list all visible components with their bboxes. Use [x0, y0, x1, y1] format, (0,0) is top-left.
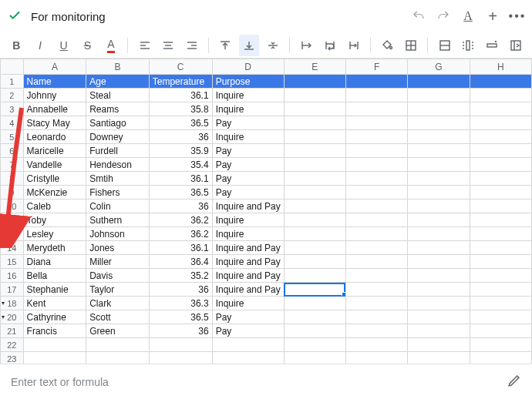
- cell[interactable]: [408, 310, 470, 324]
- cell[interactable]: [470, 144, 531, 158]
- group-marker-icon[interactable]: ▾: [2, 300, 5, 307]
- cell[interactable]: [470, 158, 531, 172]
- row-number[interactable]: 9: [1, 186, 24, 200]
- column-header-D[interactable]: D: [212, 59, 284, 75]
- group-marker-icon[interactable]: ▾: [2, 216, 5, 223]
- cell[interactable]: [212, 352, 284, 364]
- cell[interactable]: [408, 186, 470, 200]
- cell[interactable]: 36: [149, 324, 212, 338]
- row-number[interactable]: 6: [1, 144, 24, 158]
- cell[interactable]: [470, 102, 531, 116]
- row-number[interactable]: 1: [1, 75, 24, 89]
- cell[interactable]: 36.1: [149, 172, 212, 186]
- cell[interactable]: [408, 213, 470, 227]
- cell[interactable]: Maricelle: [23, 144, 86, 158]
- cell[interactable]: [345, 200, 407, 213]
- cell[interactable]: [345, 338, 407, 352]
- cell[interactable]: [345, 283, 407, 297]
- cell[interactable]: [345, 144, 407, 158]
- cell[interactable]: [408, 269, 470, 283]
- cell[interactable]: Clark: [86, 297, 150, 310]
- row-number[interactable]: 4: [1, 116, 24, 130]
- cell[interactable]: [408, 130, 470, 144]
- cell[interactable]: Furdell: [86, 144, 150, 158]
- cell[interactable]: [149, 338, 212, 352]
- row-number[interactable]: 17: [1, 283, 24, 297]
- cell[interactable]: [408, 352, 470, 364]
- corner-cell[interactable]: [1, 59, 24, 75]
- cell[interactable]: [408, 255, 470, 269]
- cell[interactable]: 36: [149, 283, 212, 297]
- redo-icon[interactable]: [436, 9, 450, 23]
- valign-bottom-button[interactable]: [239, 35, 260, 56]
- cell[interactable]: Miller: [86, 255, 150, 269]
- cell[interactable]: [284, 352, 345, 364]
- cell[interactable]: Inquire: [212, 213, 284, 227]
- spreadsheet-grid[interactable]: ABCDEFGH 1NameAgeTemperaturePurpose2John…: [0, 59, 532, 364]
- cell[interactable]: [345, 89, 407, 102]
- cell[interactable]: [284, 255, 345, 269]
- cell[interactable]: [284, 213, 345, 227]
- cell[interactable]: Colin: [86, 200, 150, 213]
- cell[interactable]: [345, 102, 407, 116]
- cell[interactable]: Green: [86, 324, 150, 338]
- cell[interactable]: Pay: [212, 310, 284, 324]
- add-icon[interactable]: +: [486, 9, 500, 23]
- cell[interactable]: Pay: [212, 144, 284, 158]
- cell[interactable]: [408, 144, 470, 158]
- cell[interactable]: [345, 269, 407, 283]
- align-right-button[interactable]: [182, 35, 203, 56]
- cell[interactable]: [284, 269, 345, 283]
- cell[interactable]: Annabelle: [23, 102, 86, 116]
- cell[interactable]: [408, 116, 470, 130]
- row-number[interactable]: 23: [1, 352, 24, 364]
- cell[interactable]: Lesley: [23, 227, 86, 241]
- cell[interactable]: [470, 89, 531, 102]
- text-format-icon[interactable]: A: [461, 9, 475, 23]
- strike-button[interactable]: S: [77, 35, 98, 56]
- cell[interactable]: Stacy May: [23, 116, 86, 130]
- cell[interactable]: Francis: [23, 324, 86, 338]
- italic-button[interactable]: I: [30, 35, 51, 56]
- cell[interactable]: [470, 255, 531, 269]
- cell[interactable]: [284, 186, 345, 200]
- cell[interactable]: Johnson: [86, 227, 150, 241]
- row-number[interactable]: 15: [1, 255, 24, 269]
- cell[interactable]: Taylor: [86, 283, 150, 297]
- group-marker-icon[interactable]: ▾: [2, 314, 5, 320]
- cell[interactable]: [23, 338, 86, 352]
- cell[interactable]: [470, 269, 531, 283]
- cell[interactable]: Caleb: [23, 200, 86, 213]
- cell[interactable]: Downey: [86, 130, 150, 144]
- row-number[interactable]: 2: [1, 89, 24, 102]
- cell[interactable]: [470, 241, 531, 255]
- wrap-overflow-button[interactable]: [296, 35, 317, 56]
- cell[interactable]: 36.2: [149, 227, 212, 241]
- cell[interactable]: [345, 213, 407, 227]
- cell[interactable]: [470, 172, 531, 186]
- cell[interactable]: [408, 338, 470, 352]
- row-number[interactable]: 22: [1, 338, 24, 352]
- cell[interactable]: Cristylle: [23, 172, 86, 186]
- cell[interactable]: Leonardo: [23, 130, 86, 144]
- cell[interactable]: Stephanie: [23, 283, 86, 297]
- cell[interactable]: [86, 352, 150, 364]
- header-cell[interactable]: Purpose: [212, 75, 284, 89]
- cell[interactable]: [470, 297, 531, 310]
- cell[interactable]: [345, 130, 407, 144]
- cell[interactable]: Inquire: [212, 130, 284, 144]
- row-number[interactable]: 16: [1, 269, 24, 283]
- cell[interactable]: Santiago: [86, 116, 150, 130]
- cell[interactable]: Pay: [212, 116, 284, 130]
- cell[interactable]: [408, 89, 470, 102]
- cell[interactable]: [408, 172, 470, 186]
- cell[interactable]: [345, 255, 407, 269]
- cell[interactable]: [345, 310, 407, 324]
- cell[interactable]: Bella: [23, 269, 86, 283]
- cell[interactable]: Jones: [86, 241, 150, 255]
- cell[interactable]: Inquire and Pay: [212, 269, 284, 283]
- cell[interactable]: [86, 338, 150, 352]
- column-header-G[interactable]: G: [408, 59, 470, 75]
- cell[interactable]: Inquire and Pay: [212, 255, 284, 269]
- cell[interactable]: 36.1: [149, 89, 212, 102]
